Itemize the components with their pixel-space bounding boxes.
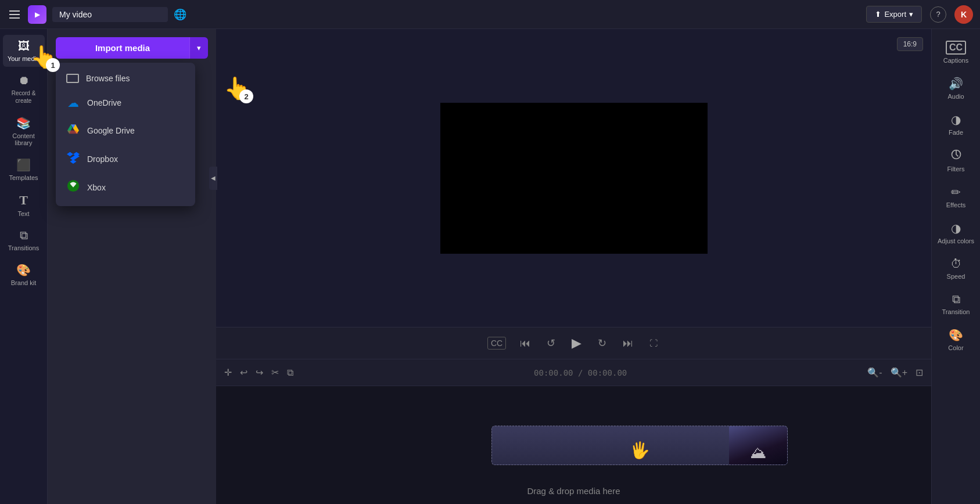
fade-icon: ◑ (951, 113, 961, 127)
topbar-right: ⬆ Export ▾ ? K (866, 5, 973, 24)
right-item-speed[interactable]: ⏱ Speed (934, 251, 978, 286)
dropbox-icon (66, 151, 80, 167)
onedrive-item[interactable]: ☁ OneDrive (56, 89, 195, 116)
xbox-item[interactable]: Xbox (56, 173, 195, 201)
forward-5s-button[interactable]: ↻ (595, 334, 609, 352)
speed-icon: ⏱ (950, 257, 962, 271)
video-screen (440, 103, 708, 254)
aspect-ratio-button[interactable]: 16:9 (897, 37, 923, 51)
onedrive-icon: ☁ (66, 96, 80, 110)
cut-button[interactable]: ✂ (271, 367, 279, 378)
text-icon: T (19, 193, 28, 208)
adjust-colors-icon: ◑ (951, 221, 961, 235)
sidebar-item-brand-kit[interactable]: 🎨 Brand kit (3, 258, 45, 291)
fit-timeline-button[interactable]: ⊡ (916, 367, 923, 378)
fullscreen-button[interactable]: ⛶ (647, 336, 660, 350)
right-item-adjust-colors[interactable]: ◑ Adjust colors (934, 215, 978, 250)
dropbox-item[interactable]: Dropbox (56, 145, 195, 173)
export-button[interactable]: ⬆ Export ▾ (866, 6, 922, 23)
timeline-toolbar: ✛ ↩ ↪ ✂ ⧉ 00:00.00 / 00:00.00 🔍- 🔍+ ⊡ (216, 359, 931, 386)
sidebar-item-text[interactable]: T Text (3, 188, 45, 222)
content-library-icon: 📚 (16, 116, 31, 130)
zoom-out-button[interactable]: 🔍- (867, 367, 882, 378)
sidebar-item-templates[interactable]: ⬛ Templates (3, 153, 45, 186)
sidebar-item-content-library[interactable]: 📚 Content library (3, 111, 45, 151)
right-item-filters[interactable]: Filters (934, 143, 978, 178)
right-item-fade[interactable]: ◑ Fade (934, 107, 978, 142)
google-drive-icon (66, 123, 80, 138)
import-dropdown-arrow[interactable]: ▾ (189, 37, 208, 59)
import-btn-area: Import media ▾ Browse files ☁ OneDrive (48, 29, 216, 67)
thumbnail-image (729, 426, 787, 465)
main-content: 🖼 Your media ⏺ Record &create 📚 Content … (0, 29, 980, 504)
video-preview: 16:9 ◀ (216, 29, 931, 327)
timeline-track: 🖐 Drag & drop media here (216, 386, 931, 504)
export-chevron-icon: ▾ (909, 10, 913, 19)
transition-icon: ⧉ (952, 293, 960, 306)
import-dropdown-menu: Browse files ☁ OneDrive (56, 63, 195, 206)
avatar[interactable]: K (954, 5, 973, 24)
skip-back-button[interactable]: ⏮ (518, 335, 533, 352)
sidebar-item-transitions[interactable]: ⧉ Transitions (3, 224, 45, 256)
skip-forward-button[interactable]: ⏭ (620, 335, 636, 352)
monitor-icon (66, 74, 79, 83)
topbar-left: 🌐 (7, 5, 186, 24)
track-thumbnail (729, 426, 787, 465)
record-create-icon: ⏺ (18, 74, 30, 87)
redo-button[interactable]: ↪ (256, 367, 263, 378)
right-item-transition[interactable]: ⧉ Transition (934, 287, 978, 321)
export-upload-icon: ⬆ (875, 10, 881, 19)
video-title-input[interactable] (52, 7, 168, 22)
browse-files-item[interactable]: Browse files (56, 67, 195, 89)
media-panel: Import media ▾ Browse files ☁ OneDrive (48, 29, 216, 504)
track-clip[interactable]: 🖐 (491, 426, 788, 465)
undo-button[interactable]: ↩ (240, 367, 247, 378)
templates-icon: ⬛ (16, 158, 31, 172)
sidebar-item-record-create[interactable]: ⏺ Record &create (3, 69, 45, 109)
transitions-icon: ⧉ (20, 229, 28, 242)
rewind-5s-button[interactable]: ↺ (544, 334, 558, 352)
google-drive-item[interactable]: Google Drive (56, 116, 195, 145)
right-item-color[interactable]: 🎨 Color (934, 322, 978, 357)
right-item-audio[interactable]: 🔊 Audio (934, 71, 978, 106)
help-button[interactable]: ? (930, 6, 946, 23)
collapse-panel-button[interactable]: ◀ (209, 167, 217, 190)
xbox-icon (66, 179, 80, 195)
right-item-effects[interactable]: ✏ Effects (934, 179, 978, 214)
timecode: 00:00.00 / 00:00.00 (534, 368, 627, 377)
select-tool-button[interactable]: ✛ (224, 367, 232, 378)
your-media-icon: 🖼 (18, 39, 30, 53)
import-media-button[interactable]: Import media (56, 37, 189, 59)
audio-icon: 🔊 (949, 77, 963, 91)
play-button[interactable]: ▶ (569, 333, 584, 353)
topbar: 🌐 ⬆ Export ▾ ? K (0, 0, 980, 29)
right-panel: CC Captions 🔊 Audio ◑ Fade Filters ✏ Eff… (931, 29, 980, 504)
center-area: 16:9 ◀ CC ⏮ ↺ ▶ ↻ ⏭ ⛶ ✛ ↩ ↪ ✂ ⧉ 00:00.00… (216, 29, 931, 504)
app-icon (28, 5, 46, 24)
right-item-captions[interactable]: CC Captions (934, 35, 978, 70)
filters-icon (950, 149, 962, 163)
sidebar-item-your-media[interactable]: 🖼 Your media (3, 35, 45, 67)
playback-controls: CC ⏮ ↺ ▶ ↻ ⏭ ⛶ (216, 327, 931, 359)
import-btn-wrapper: Import media ▾ (56, 37, 208, 59)
color-icon: 🎨 (949, 328, 963, 342)
drag-drop-label: Drag & drop media here (527, 486, 620, 496)
copy-button[interactable]: ⧉ (287, 368, 293, 378)
timeline-section: ✛ ↩ ↪ ✂ ⧉ 00:00.00 / 00:00.00 🔍- 🔍+ ⊡ (216, 359, 931, 504)
zoom-in-button[interactable]: 🔍+ (891, 367, 907, 378)
cloud-sync-icon: 🌐 (174, 8, 186, 21)
brand-kit-icon: 🎨 (16, 263, 31, 277)
captions-icon: CC (946, 41, 966, 55)
left-sidebar: 🖼 Your media ⏺ Record &create 📚 Content … (0, 29, 48, 504)
hamburger-menu[interactable] (7, 8, 22, 21)
effects-icon: ✏ (951, 185, 961, 199)
captions-toggle-button[interactable]: CC (487, 337, 506, 350)
